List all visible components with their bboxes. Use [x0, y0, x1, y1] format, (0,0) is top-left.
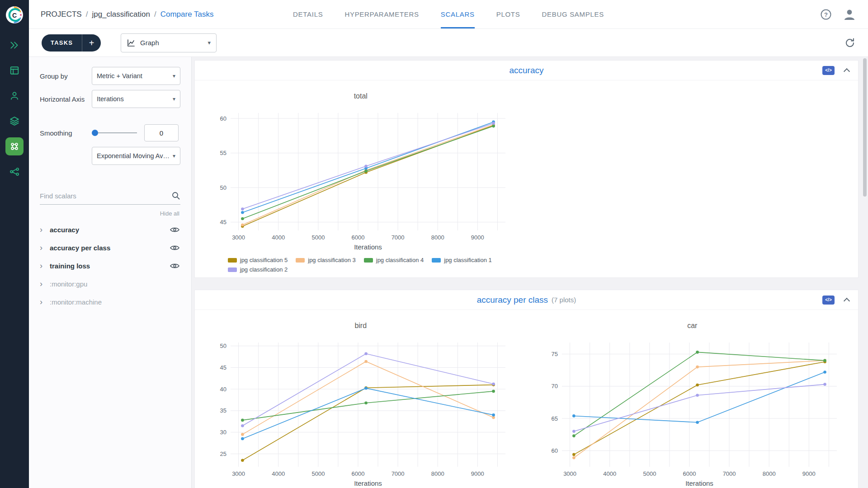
- topbar-right: ?: [820, 8, 856, 21]
- chart-legend: jpg classification 5jpg classification 3…: [207, 257, 524, 273]
- svg-text:Iterations: Iterations: [685, 479, 713, 487]
- svg-text:?: ?: [824, 11, 828, 18]
- svg-text:50: 50: [220, 184, 226, 191]
- nav-workers-queues[interactable]: [5, 87, 24, 105]
- pipelines-icon: [9, 167, 19, 177]
- add-task-button[interactable]: +: [82, 34, 101, 52]
- eye-icon: [170, 263, 179, 269]
- svg-text:75: 75: [552, 351, 558, 357]
- nav-projects-active[interactable]: [5, 137, 24, 155]
- vertical-scrollbar[interactable]: [862, 57, 868, 488]
- legend-item[interactable]: jpg classification 3: [296, 257, 356, 263]
- tab-plots[interactable]: PLOTS: [496, 0, 520, 28]
- nav-dashboard[interactable]: [5, 61, 24, 80]
- svg-text:6000: 6000: [351, 470, 364, 477]
- line-chart-bird[interactable]: bird253035404550300040005000600070008000…: [207, 322, 514, 488]
- tasks-button-group: TASKS +: [42, 34, 101, 52]
- scalar-item-accuracy[interactable]: › accuracy: [40, 221, 180, 239]
- chevron-up-icon: [844, 297, 850, 304]
- chevron-down-icon: ▾: [173, 153, 175, 159]
- svg-text:4000: 4000: [272, 234, 285, 241]
- nav-pipelines[interactable]: [5, 163, 24, 181]
- section-actions: </>: [822, 61, 851, 80]
- scalar-item-monitor-machine[interactable]: › :monitor:machine: [40, 293, 180, 311]
- chevron-right-icon: ›: [40, 262, 50, 270]
- svg-text:Iterations: Iterations: [354, 243, 382, 251]
- refresh-button[interactable]: [844, 38, 855, 48]
- visibility-toggle[interactable]: [169, 244, 180, 252]
- legend-item[interactable]: jpg classification 4: [364, 257, 424, 263]
- horizontal-axis-row: Horizontal Axis Iterations ▾: [40, 90, 180, 108]
- legend-item[interactable]: jpg classification 1: [432, 257, 492, 263]
- svg-text:3000: 3000: [232, 234, 245, 241]
- legend-label: jpg classification 4: [376, 257, 424, 263]
- line-chart-total[interactable]: total45505560300040005000600070008000900…: [207, 92, 514, 273]
- svg-text:8000: 8000: [431, 234, 444, 241]
- section-accuracy-per-class: accuracy per class (7 plots) </>: [194, 290, 859, 488]
- double-chevron-icon: [9, 40, 19, 50]
- nav-datasets[interactable]: [5, 112, 24, 130]
- scalar-item-label: accuracy per class: [50, 244, 169, 252]
- section-accuracy-header: accuracy </>: [195, 61, 858, 80]
- slider-thumb[interactable]: [92, 130, 98, 136]
- scrollbar-thumb[interactable]: [863, 58, 867, 197]
- svg-text:55: 55: [220, 150, 226, 156]
- svg-text:7000: 7000: [391, 470, 404, 477]
- horizontal-axis-select[interactable]: Iterations ▾: [92, 90, 180, 108]
- code-icon: </>: [825, 68, 831, 73]
- tab-details[interactable]: DETAILS: [293, 0, 323, 28]
- chart-cell-bird: bird253035404550300040005000600070008000…: [195, 310, 527, 488]
- collapse-section-button[interactable]: [843, 66, 851, 75]
- chart-plot-svg[interactable]: 455055603000400050006000700080009000Iter…: [207, 108, 514, 254]
- group-by-value: Metric + Variant: [97, 72, 170, 80]
- smoothing-slider[interactable]: [92, 130, 137, 136]
- svg-text:9000: 9000: [802, 470, 816, 477]
- legend-swatch: [228, 258, 237, 263]
- smoothing-value-input[interactable]: [144, 124, 179, 141]
- scalar-item-training-loss[interactable]: › training loss: [40, 257, 180, 275]
- tab-scalars[interactable]: SCALARS: [441, 0, 475, 28]
- svg-text:4000: 4000: [603, 470, 616, 477]
- visibility-toggle[interactable]: [169, 262, 180, 270]
- scalar-item-accuracy-per-class[interactable]: › accuracy per class: [40, 239, 180, 257]
- tasks-button[interactable]: TASKS: [42, 34, 82, 52]
- breadcrumb-projects[interactable]: PROJECTS: [41, 10, 82, 19]
- worker-person-icon: [9, 91, 19, 101]
- smoothing-type-select[interactable]: Exponential Moving Average ▾: [92, 147, 180, 165]
- section-actions: </>: [822, 290, 851, 310]
- compare-tabs: DETAILS HYPERPARAMETERS SCALARS PLOTS DE…: [293, 0, 604, 28]
- legend-item[interactable]: jpg classification 2: [228, 266, 288, 273]
- svg-text:7000: 7000: [723, 470, 736, 477]
- avatar-icon: [843, 8, 856, 21]
- horizontal-axis-value: Iterations: [97, 95, 170, 103]
- clearml-logo[interactable]: C: [5, 6, 24, 24]
- group-by-select[interactable]: Metric + Variant ▾: [92, 67, 180, 85]
- scalar-item-monitor-gpu[interactable]: › :monitor:gpu: [40, 275, 180, 293]
- hide-all-link[interactable]: Hide all: [41, 210, 179, 217]
- tab-hyperparameters[interactable]: HYPERPARAMETERS: [344, 0, 419, 28]
- svg-text:8000: 8000: [763, 470, 776, 477]
- visibility-toggle[interactable]: [169, 225, 180, 234]
- breadcrumb-project[interactable]: jpg_classification: [92, 10, 150, 19]
- embed-code-button[interactable]: </>: [822, 66, 835, 75]
- nav-getting-started[interactable]: [5, 36, 24, 54]
- help-button[interactable]: ?: [820, 9, 832, 20]
- breadcrumb-separator: /: [154, 10, 156, 19]
- code-icon: </>: [825, 297, 831, 302]
- view-mode-select[interactable]: Graph ▾: [121, 33, 217, 52]
- collapse-section-button[interactable]: [843, 295, 851, 305]
- svg-text:50: 50: [220, 343, 226, 349]
- svg-text:3000: 3000: [563, 470, 576, 477]
- legend-item[interactable]: jpg classification 5: [228, 257, 288, 263]
- section-accuracy-per-class-body: bird253035404550300040005000600070008000…: [195, 310, 858, 488]
- line-chart-car[interactable]: car606570753000400050006000700080009000I…: [538, 322, 846, 488]
- chart-plot-svg[interactable]: 2530354045503000400050006000700080009000…: [207, 338, 514, 488]
- legend-label: jpg classification 1: [444, 257, 492, 263]
- profile-button[interactable]: [843, 8, 856, 21]
- svg-text:3000: 3000: [232, 470, 245, 477]
- tab-debug-samples[interactable]: DEBUG SAMPLES: [542, 0, 604, 28]
- search-input[interactable]: [40, 192, 171, 200]
- chart-plot-svg[interactable]: 606570753000400050006000700080009000Iter…: [538, 338, 846, 488]
- embed-code-button[interactable]: </>: [822, 296, 835, 305]
- scalar-item-label: accuracy: [50, 226, 169, 234]
